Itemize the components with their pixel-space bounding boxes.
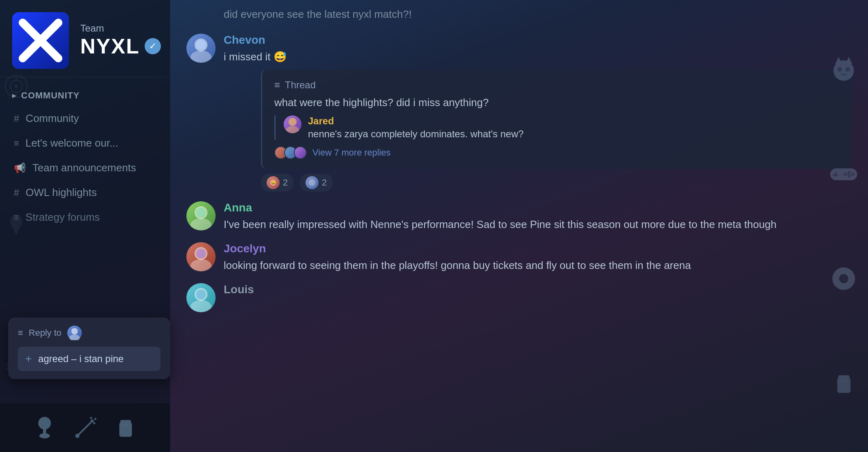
channel-strategy[interactable]: ≡ Strategy forums	[4, 205, 166, 229]
svg-point-14	[39, 433, 50, 438]
message-louis: Louis	[186, 283, 852, 312]
louis-username: Louis	[224, 283, 852, 296]
server-logo	[12, 12, 69, 69]
anna-text: I've been really impressed with Nenne's …	[224, 217, 852, 232]
reply-box: ≡ Reply to + agreed – i stan pine	[8, 318, 170, 379]
deco-donut-icon	[827, 262, 860, 295]
reply-plus-icon[interactable]: +	[25, 352, 32, 365]
svg-point-36	[190, 259, 212, 271]
thread-box: ≡ Thread what were the highlights? did i…	[261, 70, 852, 169]
reaction-1[interactable]: 😄 2	[261, 174, 293, 192]
server-info: Team NYXL ✓	[80, 23, 161, 58]
svg-point-10	[71, 328, 78, 335]
hash-icon: #	[14, 113, 19, 124]
svg-point-18	[94, 418, 96, 420]
reply-mini-avatars	[274, 146, 307, 159]
svg-marker-42	[835, 57, 842, 64]
reply-input-text[interactable]: agreed – i stan pine	[38, 353, 153, 365]
channel-announcements-label: Team announcements	[32, 162, 136, 174]
sidebar: Team NYXL ✓ ▸ community # Community ≡	[0, 0, 170, 452]
thread-reply: Jared nenne's zarya completely dominates…	[274, 115, 840, 140]
message-anna: Anna I've been really impressed with Nen…	[186, 201, 852, 232]
reply-avatar-icon	[67, 326, 82, 340]
channel-owl[interactable]: # OWL highlights	[4, 181, 166, 205]
thread-icon-welcome: ≡	[14, 138, 19, 149]
deco-cat-icon	[827, 53, 860, 85]
channel-welcome-label: Let's welcome our...	[26, 137, 118, 149]
verified-badge: ✓	[145, 38, 161, 54]
channels-list: ▸ community # Community ≡ Let's welcome …	[0, 77, 170, 452]
message-jocelyn: Jocelyn looking forward to seeing them i…	[186, 242, 852, 273]
svg-point-26	[196, 40, 206, 50]
svg-point-49	[847, 171, 851, 174]
channel-announcements[interactable]: 📢 Team announcements	[4, 156, 166, 180]
svg-text:😄: 😄	[271, 180, 276, 185]
jared-username: Jared	[308, 115, 840, 127]
svg-point-27	[289, 118, 297, 126]
megaphone-icon: 📢	[14, 162, 26, 174]
hash-icon-owl: #	[14, 187, 19, 198]
svg-marker-43	[845, 57, 852, 64]
svg-point-52	[844, 173, 847, 176]
category-arrow-icon: ▸	[12, 91, 16, 100]
server-label: Team	[80, 23, 161, 34]
thread-icon-strategy: ≡	[14, 212, 19, 223]
channel-welcome[interactable]: ≡ Let's welcome our...	[4, 131, 166, 155]
svg-point-39	[190, 300, 212, 312]
message-chevon: Chevon i missed it 😅 ≡ Thread what were …	[186, 34, 852, 192]
svg-rect-48	[832, 174, 838, 176]
svg-rect-57	[839, 380, 848, 382]
channel-strategy-label: Strategy forums	[26, 211, 100, 224]
channel-community[interactable]: # Community	[4, 107, 166, 130]
main-container: Team NYXL ✓ ▸ community # Community ≡	[0, 0, 868, 452]
view-replies-button[interactable]: View 7 more replies	[274, 146, 840, 159]
jocelyn-content: Jocelyn looking forward to seeing them i…	[224, 242, 852, 273]
jocelyn-text: looking forward to seeing them in the pl…	[224, 258, 852, 273]
reaction-count-1: 2	[283, 177, 288, 188]
jocelyn-username: Jocelyn	[224, 242, 852, 255]
svg-point-37	[196, 249, 206, 258]
reply-header: ≡ Reply to	[18, 326, 160, 340]
jared-avatar	[284, 115, 301, 133]
prev-message-text: did everyone see the latest nyxl match?!	[224, 8, 852, 21]
svg-point-31	[309, 179, 316, 186]
chevon-text: i missed it 😅	[224, 49, 852, 65]
svg-line-15	[77, 422, 91, 436]
anna-avatar	[186, 201, 216, 230]
view-replies-text: View 7 more replies	[312, 147, 391, 158]
svg-point-54	[839, 274, 848, 283]
reply-input-row[interactable]: + agreed – i stan pine	[18, 347, 160, 371]
thread-text: what were the highlights? did i miss any…	[274, 96, 840, 109]
channel-category-general[interactable]: ▸ community	[4, 85, 166, 106]
svg-point-19	[93, 422, 95, 424]
nyxl-logo-svg	[18, 18, 63, 63]
svg-point-40	[196, 290, 206, 299]
anna-content: Anna I've been really impressed with Nen…	[224, 201, 852, 232]
svg-rect-47	[835, 171, 837, 177]
reply-to-label: Reply to	[29, 328, 62, 338]
verified-icon: ✓	[149, 41, 156, 51]
chat-messages: did everyone see the latest nyxl match?!…	[186, 8, 852, 444]
reaction-2[interactable]: 2	[300, 174, 332, 192]
bottom-icon-wand[interactable]	[71, 414, 99, 442]
deco-gamepad-icon	[827, 158, 860, 190]
bottom-bar	[0, 403, 170, 452]
bottom-icon-plant[interactable]	[30, 414, 59, 442]
channel-owl-label: OWL highlights	[26, 186, 96, 199]
channel-community-label: Community	[26, 112, 79, 125]
svg-point-44	[838, 67, 842, 71]
reactions-row: 😄 2 2	[261, 174, 852, 192]
chat-area: did everyone see the latest nyxl match?!…	[170, 0, 868, 452]
thread-header: ≡ Thread	[274, 79, 840, 91]
svg-point-20	[90, 417, 92, 419]
deco-jar-icon	[827, 367, 860, 400]
anna-username: Anna	[224, 201, 852, 214]
svg-point-34	[196, 208, 206, 217]
reaction-emoji-1: 😄	[267, 176, 280, 189]
svg-point-17	[90, 419, 94, 422]
bottom-icon-jar[interactable]	[111, 414, 140, 442]
svg-rect-23	[122, 424, 130, 426]
mini-avatar-3	[294, 146, 307, 159]
reply-icon: ≡	[18, 328, 23, 338]
thread-label: Thread	[285, 79, 316, 91]
